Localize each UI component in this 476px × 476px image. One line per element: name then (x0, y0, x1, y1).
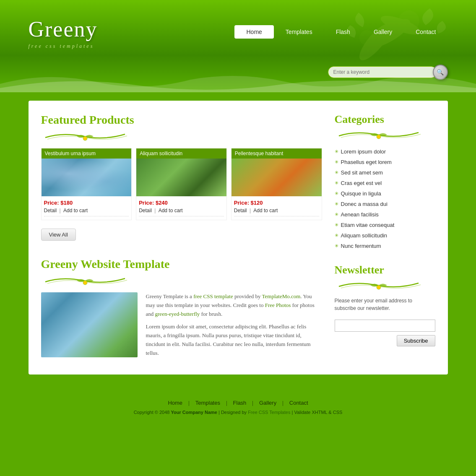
newsletter-title: Newsletter (335, 264, 435, 276)
product-image-2 (136, 159, 226, 196)
footer-nav-templates[interactable]: Templates (190, 400, 226, 406)
newsletter-description: Please enter your email address to subsc… (335, 297, 435, 312)
product-image-3 (231, 159, 322, 196)
product-cart-link-1[interactable]: Add to cart (63, 208, 88, 213)
nav-home[interactable]: Home (234, 25, 273, 39)
newsletter-swirl (335, 279, 427, 291)
product-label-1: Vestibulum urna ipsum (42, 148, 132, 159)
article-title: Greeny Website Template (41, 258, 322, 271)
categories-swirl (335, 128, 427, 140)
header: Greeny free css templates Home Templates… (0, 0, 476, 92)
category-item-9[interactable]: Nunc fermentum (335, 241, 435, 251)
featured-title: Featured Products (41, 113, 322, 127)
product-cart-link-2[interactable]: Add to cart (159, 208, 183, 213)
footer-css-link[interactable]: Free CSS Templates (248, 410, 290, 415)
nav-templates[interactable]: Templates (274, 25, 324, 39)
category-list: Lorem ipsum dolor Phasellus eget lorem S… (335, 146, 435, 251)
nav-gallery[interactable]: Gallery (362, 25, 404, 39)
header-wave (0, 71, 476, 92)
nav-contact[interactable]: Contact (404, 25, 447, 39)
featured-section: Featured Products Vestibulum urna ipsum (41, 113, 322, 253)
product-actions-3: Detail | Add to cart (234, 208, 319, 216)
categories-section: Categories Lorem ipsum dolor Phasellus e… (335, 113, 435, 251)
footer-nav-contact[interactable]: Contact (284, 400, 314, 406)
site-title: Greeny (29, 17, 98, 42)
category-item-7[interactable]: Etiam vitae consequat (335, 220, 435, 230)
category-item-2[interactable]: Sed sit amet sem (335, 167, 435, 178)
content-area: Featured Products Vestibulum urna ipsum (29, 101, 448, 375)
product-label-3: Pellentesque habitant (231, 148, 322, 159)
featured-swirl (41, 130, 133, 142)
category-item-1[interactable]: Phasellus eget lorem (335, 157, 435, 167)
site-tagline: free css templates (29, 43, 98, 49)
product-separator-3: | (250, 208, 252, 213)
product-label-2: Aliquam sollicitudin (136, 148, 226, 159)
subscribe-button[interactable]: Subscribe (397, 335, 435, 346)
newsletter-email-input[interactable] (335, 320, 435, 332)
main-wrapper: Featured Products Vestibulum urna ipsum (0, 92, 476, 391)
css-template-link[interactable]: free CSS template (193, 293, 233, 299)
product-price-3: Price: $120 (234, 200, 319, 206)
product-actions-1: Detail | Add to cart (44, 208, 129, 216)
product-card-1: Vestibulum urna ipsum Price: $180 Detail… (41, 148, 132, 220)
footer-nav-gallery[interactable]: Gallery (253, 400, 282, 406)
footer-nav-home[interactable]: Home (162, 400, 188, 406)
category-item-4[interactable]: Quisque in ligula (335, 188, 435, 199)
product-price-1: Price: $180 (44, 200, 129, 206)
logo: Greeny free css templates (29, 17, 98, 49)
product-card-3: Pellentesque habitant Price: $120 Detail… (231, 148, 322, 220)
footer-nav-flash[interactable]: Flash (227, 400, 252, 406)
article-paragraph-1: Greeny Template is a free CSS template p… (146, 292, 322, 318)
product-actions-2: Detail | Add to cart (139, 208, 224, 216)
footer-copyright: Copyright © 2048 Your Company Name | Des… (0, 410, 476, 415)
view-all-button[interactable]: View All (41, 229, 76, 241)
article-section: Greeny Website Template Greeny Template … (41, 258, 322, 362)
article-paragraph-2: Lorem ipsum dolor sit amet, consectetur … (146, 323, 322, 357)
product-grid: Vestibulum urna ipsum Price: $180 Detail… (41, 148, 322, 220)
article-text: Greeny Template is a free CSS template p… (146, 292, 322, 362)
newsletter-section: Newsletter Please enter your email addre… (335, 264, 435, 346)
category-item-5[interactable]: Donec a massa dui (335, 199, 435, 209)
category-item-6[interactable]: Aenean facilisis (335, 209, 435, 220)
product-image-1 (42, 159, 132, 196)
product-separator-2: | (154, 208, 157, 213)
article-swirl (41, 274, 133, 286)
article-image (41, 292, 138, 357)
product-card-2: Aliquam sollicitudin Price: $240 Detail … (136, 148, 227, 220)
category-item-8[interactable]: Aliquam sollicitudin (335, 230, 435, 241)
butterfly-link[interactable]: green-eyed-butterfly (155, 311, 200, 317)
footer-nav: Home | Templates | Flash | Gallery | Con… (0, 400, 476, 406)
templatemo-link[interactable]: TemplateMo.com (262, 293, 300, 299)
categories-title: Categories (335, 113, 435, 126)
free-photos-link[interactable]: Free Photos (265, 302, 291, 308)
footer: Home | Templates | Flash | Gallery | Con… (0, 391, 476, 419)
nav-flash[interactable]: Flash (324, 25, 362, 39)
main-nav: Home Templates Flash Gallery Contact (234, 25, 447, 39)
product-cart-link-3[interactable]: Add to cart (253, 208, 278, 213)
article-flex: Greeny Template is a free CSS template p… (41, 292, 322, 362)
product-detail-link-1[interactable]: Detail (44, 208, 57, 213)
product-detail-link-2[interactable]: Detail (139, 208, 152, 213)
product-separator-1: | (60, 208, 62, 213)
category-item-3[interactable]: Cras eget est vel (335, 178, 435, 188)
product-price-2: Price: $240 (139, 200, 224, 206)
product-detail-link-3[interactable]: Detail (234, 208, 247, 213)
sidebar: Categories Lorem ipsum dolor Phasellus e… (335, 113, 435, 362)
category-item-0[interactable]: Lorem ipsum dolor (335, 146, 435, 157)
main-content: Featured Products Vestibulum urna ipsum (41, 113, 322, 362)
